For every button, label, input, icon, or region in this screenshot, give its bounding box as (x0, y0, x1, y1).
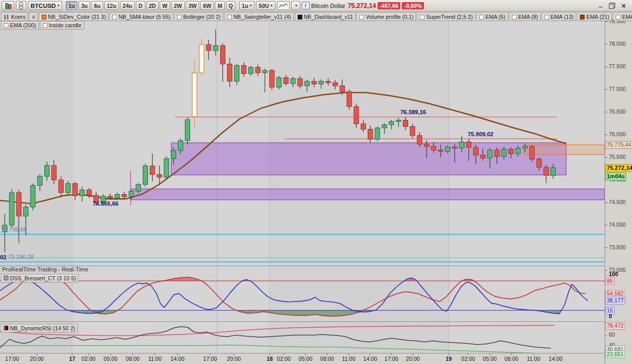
timeframe-button-6W[interactable]: 6W (200, 1, 214, 10)
legend-item-nb-sma-kleur-5-55-[interactable]: NB_SMA kleur (5 55) (110, 13, 173, 21)
time-tick-label: 14:00 (171, 356, 184, 362)
legend-item-ema-21-[interactable]: EMA (21) (577, 13, 612, 21)
timeframe-button-6u[interactable]: 6u (91, 1, 103, 10)
timeframe-button-W[interactable]: W (160, 1, 170, 10)
legend-item-bollinger-20-2-[interactable]: Bollinger (20 2) (174, 13, 223, 21)
indicator-checkbox[interactable] (359, 15, 364, 19)
candle (220, 46, 225, 64)
price-tick-label: 77.000 (609, 86, 626, 92)
timeframe-button-M[interactable]: M (215, 1, 225, 10)
indicator-color-swatch[interactable] (4, 276, 8, 280)
candle (143, 166, 148, 184)
chart-style-icon[interactable] (277, 1, 290, 10)
candle (234, 65, 239, 81)
legend-item-ema-55-[interactable]: EMA (55) (613, 13, 632, 21)
candle (452, 147, 457, 148)
candle (164, 159, 169, 177)
time-tick-label: 11:00 (148, 356, 162, 362)
legend-item-ema-13-[interactable]: EMA (13) (542, 13, 577, 21)
indicator-checkbox[interactable] (616, 15, 620, 19)
timeframe-button-3W[interactable]: 3W (186, 1, 200, 10)
timeframe-group: 1u3u6u12u24uD2DW2W3W6WMQ (66, 1, 235, 10)
legend-item-nb-stdev-color-21-3-[interactable]: NB_StDev_Color (21 3) (39, 13, 108, 21)
legend-item-nb-swingteller-v11-4-[interactable]: NB_Swingteller_v11 (4) (224, 13, 294, 21)
legend-item-supertrend-2-5-2-[interactable]: SuperTrend (2,5 2) (417, 13, 475, 21)
chart-style-dropdown[interactable]: ▾ (291, 1, 300, 10)
rsi-swatch[interactable] (4, 326, 8, 330)
candle (544, 167, 548, 175)
rsi-axis-label: 78,472 (605, 322, 625, 330)
period-dropdown[interactable]: 1u ▾ (239, 1, 254, 10)
indicator-checkbox[interactable] (227, 15, 232, 19)
units-dropdown[interactable]: 50U ▾ (256, 1, 275, 10)
indicator-checkbox[interactable] (43, 23, 47, 28)
candle (333, 83, 338, 86)
instrument-selector[interactable]: BTCUSD ▾ (28, 1, 62, 10)
candle (129, 191, 134, 197)
info-icon[interactable]: i (302, 2, 310, 9)
candle-countdown-tag: 1m04s (605, 173, 626, 180)
timeframe-button-3u[interactable]: 3u (78, 1, 90, 10)
price-level-label: 75.909,02 (468, 131, 493, 137)
timeframe-button-D[interactable]: D (136, 1, 145, 10)
time-tick-label: 08:00 (126, 356, 140, 362)
candle (305, 82, 310, 86)
price-axis[interactable]: 78.50078.00077.50077.00076.50076.00075.5… (605, 0, 632, 364)
candle (115, 195, 120, 198)
candle (24, 207, 28, 216)
candle (284, 78, 289, 84)
indicator-checkbox[interactable] (420, 15, 424, 19)
indicator-color-swatch[interactable] (298, 15, 302, 19)
candle (58, 180, 63, 193)
candle (276, 78, 281, 87)
timeframe-button-Q[interactable]: Q (226, 1, 235, 10)
time-tick-label: 17:00 (384, 356, 398, 362)
legend-item-ema-5-[interactable]: EMA (5) (477, 13, 508, 21)
chart-canvas[interactable] (0, 0, 632, 364)
alert-price-tag: 75.775,44 (605, 141, 632, 149)
legend-item-menu[interactable]: ≡ (29, 13, 37, 21)
legend-item-inside-candle[interactable]: Inside candle (40, 21, 84, 29)
minimize-icon[interactable]: – (597, 2, 604, 9)
indicator-checkbox[interactable] (4, 23, 8, 28)
candle (108, 196, 113, 198)
timeframe-button-2W[interactable]: 2W (171, 1, 185, 10)
link-icon (18, 2, 24, 9)
timeframe-button-12u[interactable]: 12u (104, 1, 119, 10)
candle (228, 64, 232, 82)
indicator-checkbox[interactable] (177, 15, 182, 19)
candle (403, 120, 408, 126)
legend-item-volume-profile-0-1-[interactable]: Volume profile (0,1) (357, 13, 416, 21)
link-button[interactable] (16, 1, 26, 10)
candle (473, 147, 478, 155)
candle (319, 82, 323, 84)
indicator-checkbox[interactable] (512, 15, 517, 19)
candle (66, 184, 71, 193)
timeframe-button-2D[interactable]: 2D (146, 1, 159, 10)
indicator-checkbox[interactable] (112, 15, 117, 19)
time-axis[interactable]: 17:0020:001702:0005:0008:0011:0014:0017:… (0, 353, 605, 364)
chart-window-button[interactable] (2, 1, 14, 10)
candle (199, 45, 204, 73)
indicator-label: NB_DynamicRSI (14 50 2) (10, 325, 75, 331)
indicator-color-swatch[interactable] (580, 15, 585, 19)
timeframe-button-24u[interactable]: 24u (120, 1, 135, 10)
candle (501, 149, 506, 157)
price-candles-icon[interactable] (4, 15, 9, 19)
dss-chip[interactable]: DSS_Bressert_CT (3 10 5) (1, 274, 78, 282)
timeframe-button-1u[interactable]: 1u (66, 1, 77, 10)
legend-item-koers[interactable]: Koers (1, 13, 28, 21)
main-toolbar: BTCUSD ▾ 1u3u6u12u24uD2DW2W3W6WMQ 1u ▾ 5… (0, 0, 632, 12)
indicator-color-swatch[interactable] (42, 15, 46, 19)
time-tick-label: 02:00 (461, 356, 475, 362)
candle (354, 107, 359, 124)
rsi-chip[interactable]: NB_DynamicRSI (14 50 2) (1, 324, 78, 332)
indicator-checkbox[interactable] (545, 15, 549, 19)
time-tick-label: 05:00 (483, 356, 497, 362)
legend-item-ema-8-[interactable]: EMA (8) (509, 13, 541, 21)
legend-item-ema-200-[interactable]: EMA (200) (1, 21, 39, 29)
chevron-down-icon: ▾ (57, 3, 60, 8)
indicator-checkbox[interactable] (479, 15, 484, 19)
purple-zone-main (171, 143, 566, 175)
legend-item-nb-dashboard-v11[interactable]: NB_Dashboard_v11 (295, 13, 356, 21)
